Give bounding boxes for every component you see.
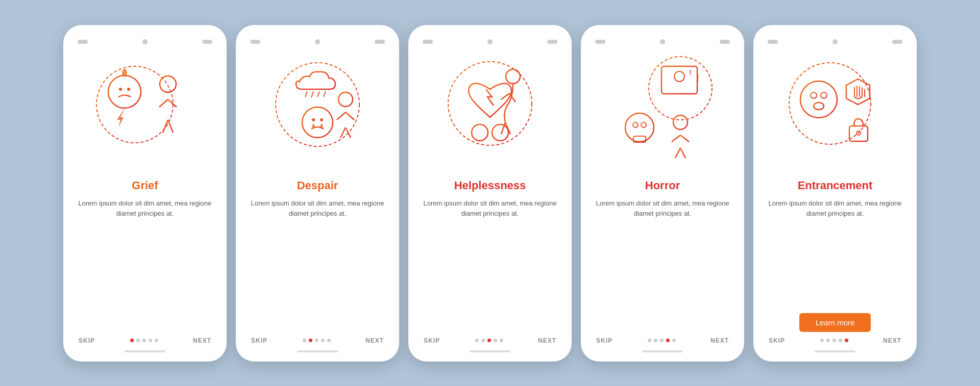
helplessness-dots (475, 339, 503, 342)
status-left (423, 40, 433, 44)
despair-nav: SKIP NEXT (246, 337, 389, 344)
dot-2 (654, 339, 657, 342)
dot-5 (500, 339, 503, 342)
status-right (547, 40, 557, 44)
svg-text:!: ! (696, 73, 699, 84)
svg-point-51 (633, 122, 638, 127)
dot-4 (839, 339, 842, 342)
despair-next[interactable]: NEXT (365, 337, 384, 344)
phone-entrancement: Entrancement Lorem ipsum dolor sit dim a… (753, 25, 917, 362)
svg-point-20 (320, 118, 323, 121)
dot-4 (149, 339, 152, 342)
status-right (720, 40, 730, 44)
svg-point-4 (122, 69, 127, 77)
phones-container: Grief Lorem ipsum dolor sit dim amet, me… (63, 25, 917, 362)
status-right (892, 40, 902, 44)
learn-more-button[interactable]: Learn more (799, 313, 871, 332)
helplessness-description: Lorem ipsum dolor sit dim amet, mea regi… (419, 198, 561, 330)
dot-1 (303, 339, 306, 342)
dot-3 (315, 339, 318, 342)
entrancement-next[interactable]: NEXT (883, 337, 901, 344)
status-right (202, 40, 212, 44)
svg-line-28 (346, 127, 351, 138)
svg-rect-65 (849, 126, 868, 141)
phone-grief: Grief Lorem ipsum dolor sit dim amet, me… (63, 25, 227, 362)
svg-point-62 (821, 92, 827, 98)
grief-next[interactable]: NEXT (193, 337, 211, 344)
svg-point-63 (814, 102, 824, 110)
svg-point-2 (119, 88, 122, 91)
grief-description: Lorem ipsum dolor sit dim amet, mea regi… (74, 198, 216, 330)
svg-line-10 (168, 99, 177, 107)
phone-status-entrancement (764, 39, 906, 44)
svg-rect-39 (662, 66, 697, 94)
svg-point-23 (338, 92, 353, 107)
despair-skip[interactable]: SKIP (251, 337, 267, 344)
helplessness-illustration (429, 48, 551, 171)
grief-illustration (84, 48, 206, 171)
helplessness-home-bar (470, 350, 510, 352)
horror-dots (648, 339, 676, 342)
dot-3 (487, 339, 491, 342)
helplessness-next[interactable]: NEXT (538, 337, 556, 344)
camera-notch (660, 39, 665, 44)
dot-1 (820, 339, 824, 342)
despair-illustration (256, 48, 379, 171)
phone-helplessness: Helplessness Lorem ipsum dolor sit dim a… (408, 25, 572, 362)
svg-point-33 (506, 69, 520, 84)
entrancement-title: Entrancement (798, 179, 873, 192)
svg-point-21 (312, 124, 315, 128)
phone-status-despair (246, 39, 389, 44)
entrancement-nav: SKIP NEXT (764, 337, 906, 344)
svg-line-15 (311, 91, 313, 97)
grief-nav: SKIP NEXT (74, 337, 216, 344)
dot-5 (672, 339, 676, 342)
dot-4 (494, 339, 497, 342)
helplessness-skip[interactable]: SKIP (424, 337, 440, 344)
dot-2 (136, 339, 140, 342)
svg-point-13 (276, 63, 359, 146)
status-left (768, 40, 778, 44)
despair-description: Lorem ipsum dolor sit dim amet, mea regi… (246, 198, 389, 330)
svg-point-3 (127, 88, 130, 91)
entrancement-skip[interactable]: SKIP (769, 337, 785, 344)
svg-point-22 (321, 124, 323, 128)
despair-title: Despair (297, 179, 338, 192)
horror-title: Horror (645, 179, 680, 192)
svg-point-30 (472, 124, 488, 141)
svg-line-25 (337, 112, 346, 120)
svg-point-60 (800, 81, 837, 118)
phone-horror: ! ! Horror Lorem ipsum dolor sit dim (581, 25, 744, 362)
dot-2 (309, 339, 312, 342)
svg-line-55 (672, 135, 680, 142)
dot-1 (475, 339, 479, 342)
dot-5 (845, 339, 848, 342)
dot-4 (321, 339, 325, 342)
entrancement-dots (820, 339, 848, 342)
despair-dots (303, 339, 331, 342)
dot-4 (666, 339, 670, 342)
dot-3 (660, 339, 664, 342)
svg-point-53 (673, 115, 688, 130)
horror-skip[interactable]: SKIP (596, 337, 612, 344)
grief-skip[interactable]: SKIP (79, 337, 95, 344)
svg-point-61 (811, 92, 817, 98)
grief-home-bar (125, 350, 165, 352)
horror-illustration: ! ! (601, 48, 724, 171)
svg-marker-64 (846, 79, 870, 105)
svg-line-58 (680, 148, 685, 158)
svg-line-17 (324, 91, 326, 97)
phone-despair: Despair Lorem ipsum dolor sit dim amet, … (236, 25, 399, 362)
helplessness-title: Helplessness (454, 179, 526, 192)
camera-notch (487, 39, 493, 44)
horror-next[interactable]: NEXT (710, 337, 729, 344)
helplessness-nav: SKIP NEXT (419, 337, 561, 344)
svg-line-57 (675, 148, 680, 158)
status-left (595, 40, 605, 44)
svg-line-12 (168, 120, 173, 133)
entrancement-home-bar (815, 350, 855, 352)
entrancement-description: Lorem ipsum dolor sit dim amet, mea regi… (764, 198, 906, 306)
svg-text:!: ! (689, 68, 692, 76)
dot-3 (142, 339, 146, 342)
dot-5 (327, 339, 331, 342)
